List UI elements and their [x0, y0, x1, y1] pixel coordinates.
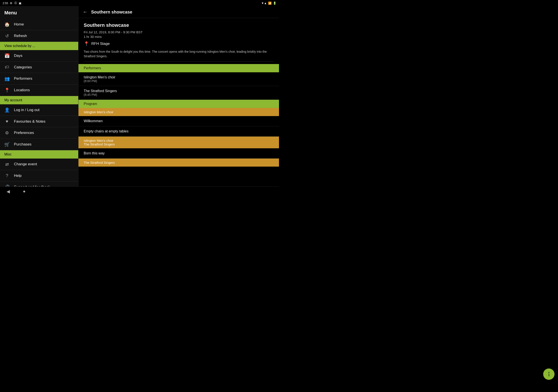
program-choir-3-name: The Stratford Singers — [84, 161, 115, 164]
sidebar-categories-label: Categories — [14, 65, 32, 69]
song-name-3: Born this way — [84, 151, 105, 155]
program-song-1[interactable]: Willkommen — [78, 116, 279, 126]
performer-time-1: (8:00 PM) — [84, 79, 274, 83]
song-name-2: Empty chairs at empty tables — [84, 129, 128, 133]
sidebar-preferences-label: Preferences — [14, 131, 34, 135]
sidebar-support-label: Support and feedback — [14, 185, 50, 187]
change-event-icon: ⇄ — [4, 162, 9, 167]
sidebar-home-label: Home — [14, 22, 24, 26]
sidebar-item-performers[interactable]: 👥 Performers — [0, 73, 78, 85]
misc-header: Misc — [0, 150, 78, 159]
days-icon: 📅 — [4, 53, 9, 58]
event-location-name: RFH Stage — [91, 42, 110, 46]
sidebar-item-favourites[interactable]: ♥ Favourites & Notes — [0, 116, 78, 127]
performer-name-1: Islington Men's choir — [84, 75, 274, 79]
sidebar-refresh-label: Refresh — [14, 34, 27, 38]
purchases-icon: 🛒 — [4, 142, 9, 147]
event-description: Two choirs from the South to delight you… — [84, 50, 274, 62]
song-name-1: Willkommen — [84, 119, 103, 123]
accessibility-icon: Ⓐ — [14, 1, 17, 5]
program-choir-2-name: Islington Men's choirThe Stratford Singe… — [84, 139, 115, 146]
program-choir-1-name: Islington Men's choir — [84, 110, 113, 114]
performers-icon: 👥 — [4, 76, 9, 81]
performers-section-header: Performers — [78, 64, 279, 72]
content-title: Southern showcase — [91, 9, 132, 15]
sidebar-purchases-label: Purchases — [14, 142, 31, 146]
sidebar-item-help[interactable]: ? Help — [0, 170, 78, 181]
event-title: Southern showcase — [84, 22, 274, 28]
home-icon: 🏠 — [4, 22, 9, 27]
battery-icon: 🔋 — [273, 1, 276, 5]
wifi-icon: ▼▲ — [261, 1, 267, 5]
locations-icon: 📍 — [4, 87, 9, 93]
event-location: 📍 RFH Stage — [84, 41, 274, 46]
program-choir-3: The Stratford Singers — [78, 159, 279, 167]
event-detail: Southern showcase Fri Jul 12, 2019, 8:00… — [78, 18, 279, 64]
favourites-icon: ♥ — [4, 119, 9, 124]
event-datetime: Fri Jul 12, 2019, 8:00 PM - 9:30 PM BST — [84, 30, 274, 34]
sidebar-item-preferences[interactable]: ⚙ Preferences — [0, 127, 78, 139]
login-icon: 👤 — [4, 107, 9, 113]
sidebar-help-label: Help — [14, 174, 22, 178]
status-time: 2:55 — [3, 1, 8, 5]
sidebar-item-purchases[interactable]: 🛒 Purchases — [0, 139, 78, 150]
sidebar-item-refresh[interactable]: ↺ Refresh — [0, 30, 78, 42]
program-choir-2: Islington Men's choirThe Stratford Singe… — [78, 136, 279, 148]
signal-icon: 📶 — [268, 1, 272, 5]
help-icon: ? — [4, 173, 9, 178]
home-nav-button[interactable]: ● — [23, 189, 26, 194]
bottom-nav: ◀ ● — [0, 187, 279, 196]
performer-name-2: The Stratford Singers — [84, 89, 274, 93]
performer-row-2[interactable]: The Stratford Singers (8:45 PM) — [78, 86, 279, 100]
performer-time-2: (8:45 PM) — [84, 93, 274, 96]
sidebar-item-login[interactable]: 👤 Log in / Log out — [0, 104, 78, 116]
program-section-header: Program — [78, 100, 279, 108]
sidebar-login-label: Log in / Log out — [14, 108, 39, 112]
sidebar: Menu 🏠 Home ↺ Refresh View schedule by .… — [0, 6, 78, 187]
sidebar-title: Menu — [0, 6, 78, 19]
battery-saver-icon: ▣ — [19, 1, 21, 5]
preferences-icon: ⚙ — [4, 130, 9, 136]
content-header: ← Southern showcase — [78, 6, 279, 18]
sidebar-item-categories[interactable]: 🏷 Categories — [0, 62, 78, 73]
sidebar-change-event-label: Change event — [14, 162, 37, 166]
location-pin-icon: 📍 — [84, 41, 89, 46]
categories-icon: 🏷 — [4, 65, 9, 70]
support-icon: 🔊 — [4, 184, 9, 187]
sidebar-days-label: Days — [14, 54, 22, 58]
sidebar-locations-label: Locations — [14, 88, 30, 92]
program-choir-1: Islington Men's choir — [78, 108, 279, 116]
performer-row-1[interactable]: Islington Men's choir (8:00 PM) — [78, 72, 279, 86]
program-song-2[interactable]: Empty chairs at empty tables — [78, 126, 279, 136]
view-schedule-header: View schedule by ... — [0, 42, 78, 50]
sidebar-favourites-label: Favourites & Notes — [14, 119, 45, 124]
settings-icon: ⚙ — [10, 1, 12, 5]
back-nav-button[interactable]: ◀ — [7, 189, 10, 194]
content-area: ← Southern showcase Southern showcase Fr… — [78, 6, 279, 187]
program-song-3[interactable]: Born this way — [78, 148, 279, 159]
sidebar-item-home[interactable]: 🏠 Home — [0, 19, 78, 30]
back-button[interactable]: ← — [83, 9, 88, 15]
status-bar: 2:55 ⚙ Ⓐ ▣ ▼▲ 📶 🔋 — [0, 0, 279, 6]
event-duration: 1 hr 30 mins — [84, 35, 274, 39]
sidebar-performers-label: Performers — [14, 77, 32, 81]
my-account-header: My account — [0, 96, 78, 104]
sidebar-item-days[interactable]: 📅 Days — [0, 50, 78, 62]
sidebar-item-locations[interactable]: 📍 Locations — [0, 85, 78, 96]
sidebar-item-support[interactable]: 🔊 Support and feedback — [0, 181, 78, 187]
refresh-icon: ↺ — [4, 33, 9, 39]
sidebar-item-change-event[interactable]: ⇄ Change event — [0, 159, 78, 170]
